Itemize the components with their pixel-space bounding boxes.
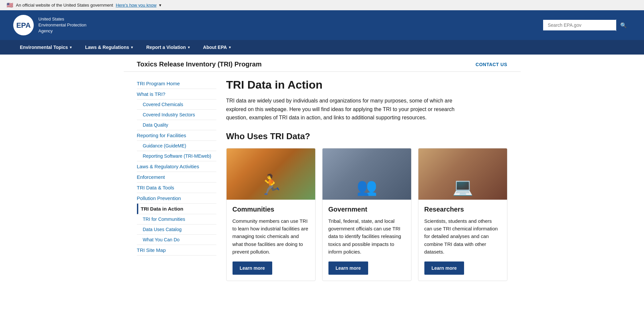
heres-how-you-know-link[interactable]: Here's how you know [116,3,156,8]
sidebar-item-tri-data-in-action[interactable]: TRI Data in Action [137,204,216,214]
card-government-image [322,148,411,200]
card-researchers-description: Scientists, students and others can use … [424,217,501,256]
search-bar: 🔍 [543,20,631,31]
sidebar-item-data-uses-catalog[interactable]: Data Uses Catalog [137,224,216,235]
nav-environmental-topics[interactable]: Environmental Topics ▾ [13,40,78,55]
main-nav: Environmental Topics ▾ Laws & Regulation… [0,40,644,55]
card-government-learn-more-button[interactable]: Learn more [328,261,368,275]
sidebar-item-tri-program-home[interactable]: TRI Program Home [137,78,216,89]
sidebar-item-enforcement[interactable]: Enforcement [137,172,216,182]
sidebar-item-reporting-for-facilities[interactable]: Reporting for Facilities [137,130,216,141]
card-communities-image [227,148,315,200]
sidebar-item-what-is-tri[interactable]: What is TRI? [137,89,216,100]
card-government-body: Government Tribal, federal, state, and l… [322,200,411,281]
flag-icon: 🇺🇸 [7,2,13,8]
nav-laws-regulations[interactable]: Laws & Regulations ▾ [78,40,140,55]
epa-logo-icon: EPA [13,15,34,35]
content-wrapper: TRI Program Home What is TRI? Covered Ch… [124,72,521,294]
card-researchers-image [418,148,507,200]
gov-banner-chevron: ▾ [159,3,161,8]
search-input[interactable] [543,20,616,30]
card-researchers: Researchers Scientists, students and oth… [418,148,507,281]
page-title: Toxics Release Inventory (TRI) Program [137,60,262,68]
sidebar-item-reporting-software[interactable]: Reporting Software (TRI-MEweb) [137,151,216,161]
sidebar-item-covered-chemicals[interactable]: Covered Chemicals [137,100,216,110]
gov-banner: 🇺🇸 An official website of the United Sta… [0,0,644,10]
main-intro: TRI data are widely used by individuals … [226,97,464,122]
who-uses-section-title: Who Uses TRI Data? [226,131,507,141]
card-communities: Communities Community members can use TR… [226,148,316,281]
card-government: Government Tribal, federal, state, and l… [322,148,411,281]
card-communities-learn-more-button[interactable]: Learn more [233,261,272,275]
chevron-down-icon: ▾ [229,45,231,50]
cards-row: Communities Community members can use TR… [226,148,507,281]
card-researchers-learn-more-button[interactable]: Learn more [424,261,464,275]
card-government-title: Government [328,206,405,213]
sidebar-item-what-you-can-do[interactable]: What You Can Do [137,235,216,245]
search-button[interactable]: 🔍 [616,20,631,31]
card-communities-description: Community members can use TRI to learn h… [233,217,309,256]
sidebar-item-covered-industry-sectors[interactable]: Covered Industry Sectors [137,110,216,120]
main-content: TRI Data in Action TRI data are widely u… [226,78,507,281]
sidebar-item-laws-regulatory[interactable]: Laws & Regulatory Activities [137,161,216,172]
card-communities-body: Communities Community members can use TR… [227,200,315,281]
epa-full-name: United StatesEnvironmental ProtectionAge… [38,17,86,33]
site-header: EPA United StatesEnvironmental Protectio… [0,10,644,40]
main-title: TRI Data in Action [226,78,507,91]
page-header: Toxics Release Inventory (TRI) Program C… [124,55,521,72]
gov-banner-text: An official website of the United States… [16,3,113,8]
card-communities-title: Communities [233,206,309,213]
sidebar-item-data-quality[interactable]: Data Quality [137,120,216,130]
svg-text:EPA: EPA [16,21,31,29]
sidebar-item-tri-for-communities[interactable]: TRI for Communities [137,214,216,224]
sidebar: TRI Program Home What is TRI? Covered Ch… [137,78,216,281]
epa-logo[interactable]: EPA United StatesEnvironmental Protectio… [13,15,86,35]
chevron-down-icon: ▾ [188,45,190,50]
sidebar-item-tri-data-tools[interactable]: TRI Data & Tools [137,182,216,193]
sidebar-item-guidance-guideme[interactable]: Guidance (GuideME) [137,141,216,151]
sidebar-item-pollution-prevention[interactable]: Pollution Prevention [137,193,216,204]
chevron-down-icon: ▾ [131,45,133,50]
contact-us-link[interactable]: CONTACT US [476,62,507,67]
nav-about-epa[interactable]: About EPA ▾ [196,40,237,55]
epa-logo-text: United StatesEnvironmental ProtectionAge… [38,16,86,34]
nav-report-violation[interactable]: Report a Violation ▾ [140,40,196,55]
card-researchers-body: Researchers Scientists, students and oth… [418,200,507,281]
card-government-description: Tribal, federal, state, and local govern… [328,217,405,256]
sidebar-item-tri-site-map[interactable]: TRI Site Map [137,245,216,256]
card-researchers-title: Researchers [424,206,501,213]
chevron-down-icon: ▾ [70,45,72,50]
